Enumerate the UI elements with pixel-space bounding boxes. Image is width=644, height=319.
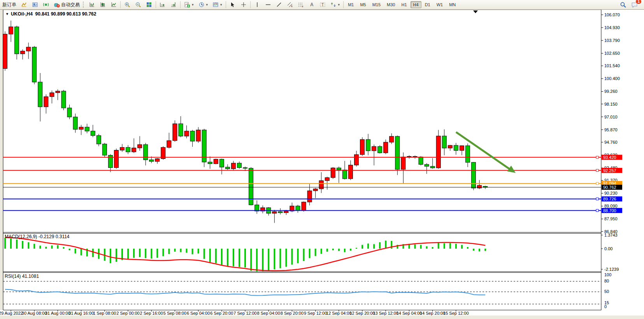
symbol-dropdown-icon[interactable]: ▼ — [5, 12, 9, 16]
line-handle[interactable] — [596, 209, 598, 212]
chart-canvas[interactable]: 106.070104.930103.790102.650101.540100.4… — [0, 9, 644, 319]
data-window-icon[interactable] — [30, 0, 40, 9]
candle-body — [3, 34, 7, 68]
chart-title: ▼UKOil-,H4 90.841 90.899 90.613 90.762 — [5, 11, 96, 17]
cursor-button[interactable] — [228, 0, 238, 9]
price-tick-label: 106.070 — [604, 12, 620, 17]
candle-body — [413, 157, 417, 157]
candle-body — [167, 141, 171, 147]
text-label-button[interactable]: T — [318, 0, 328, 9]
timeframe-button-M5[interactable]: M5 — [357, 1, 369, 8]
candle-body — [26, 47, 31, 51]
time-tick-label: 8 Sep 20:00 — [281, 311, 304, 316]
timeframe-button-H4[interactable]: H4 — [411, 1, 421, 8]
timeframe-button-D1[interactable]: D1 — [422, 1, 433, 8]
candle-body — [155, 159, 160, 161]
candle-body — [278, 212, 283, 213]
time-tick-label: 29 Aug 2022 — [0, 311, 23, 316]
rsi-axis-label: 50 — [604, 289, 609, 294]
time-tick-label: 13 Sep 12:00 — [373, 311, 398, 316]
candles — [3, 21, 488, 223]
notifications-button[interactable]: 1 — [629, 0, 640, 9]
candle-body — [149, 160, 154, 161]
candle-body — [384, 142, 388, 153]
horizontal-line-button[interactable] — [263, 0, 273, 9]
candle-body — [337, 168, 341, 170]
timeframe-button-H1[interactable]: H1 — [399, 1, 410, 8]
line-handle[interactable] — [596, 156, 598, 159]
candle-body — [390, 136, 394, 142]
indicators-button[interactable]: ▾ — [182, 0, 196, 9]
candle-body — [319, 181, 323, 189]
chart-area[interactable]: 106.070104.930103.790102.650101.540100.4… — [0, 9, 644, 319]
candle-body — [307, 191, 312, 202]
candle-body — [354, 155, 359, 165]
line-handle[interactable] — [596, 198, 598, 200]
navigator-icon[interactable] — [41, 0, 51, 9]
search-icon[interactable] — [618, 0, 628, 9]
bottom-window-edge — [0, 316, 644, 319]
bar-chart-button[interactable] — [87, 0, 97, 9]
equidistant-channel-button[interactable]: E — [285, 0, 295, 9]
candle-body — [419, 157, 423, 164]
macd-axis-label: 0.00 — [604, 246, 612, 251]
candlestick-chart-button[interactable] — [98, 0, 108, 9]
time-tick-label: 8 Sep 04:00 — [257, 311, 280, 316]
time-tick-label: 7 Sep 12:00 — [233, 311, 256, 316]
price-tick-label: 90.230 — [604, 191, 618, 195]
price-level-badge-label: 89.726 — [603, 197, 616, 201]
candle-body — [32, 47, 37, 82]
candle-body — [196, 130, 200, 141]
tile-windows-button[interactable] — [144, 0, 154, 9]
line-handle[interactable] — [596, 169, 598, 172]
trendline-button[interactable] — [274, 0, 284, 9]
candle-body — [378, 146, 382, 153]
chart-shift-button[interactable] — [168, 0, 179, 9]
candle-body — [237, 163, 242, 168]
dropdown-arrow-icon: ▾ — [338, 3, 340, 7]
price-tick-label: 99.260 — [604, 89, 618, 94]
timeframe-button-M30[interactable]: M30 — [384, 1, 398, 8]
candle-body — [9, 27, 13, 34]
macd-axis-label: -2.1239 — [604, 267, 619, 272]
candle-body — [214, 159, 218, 164]
timeframe-button-W1[interactable]: W1 — [434, 1, 446, 8]
arrows-tool-button[interactable]: ▾ — [328, 0, 342, 9]
templates-button[interactable]: ▾ — [211, 0, 224, 9]
line-handle[interactable] — [596, 182, 598, 185]
timeframe-button-M15[interactable]: M15 — [370, 1, 383, 8]
time-axis: 29 Aug 202230 Aug 08:0031 Aug 00:0031 Au… — [0, 310, 469, 316]
candle-body — [430, 166, 435, 168]
price-tick-label: 98.150 — [604, 102, 618, 106]
price-tick-label: 102.650 — [604, 51, 620, 56]
new-order-button[interactable]: 新订单 — [0, 0, 18, 9]
chart-shift-marker[interactable] — [473, 10, 478, 13]
zoom-in-button[interactable] — [122, 0, 132, 9]
crosshair-button[interactable] — [239, 0, 249, 9]
line-chart-button[interactable] — [109, 0, 119, 9]
zoom-out-button[interactable] — [133, 0, 143, 9]
text-button[interactable]: A — [307, 0, 317, 9]
auto-scroll-button[interactable] — [158, 0, 168, 9]
candle-body — [342, 170, 347, 179]
price-tick-label: 95.870 — [604, 127, 618, 132]
candle-body — [126, 147, 130, 152]
fibonacci-button[interactable]: F — [296, 0, 306, 9]
rsi-axis-label: 0 — [604, 304, 607, 309]
market-watch-icon[interactable] — [19, 0, 29, 9]
candle-body — [407, 157, 411, 157]
auto-trading-button[interactable]: 自动交易 — [52, 0, 82, 9]
trend-arrow[interactable] — [456, 132, 516, 173]
candle-body — [184, 131, 189, 136]
dropdown-arrow-icon: ▾ — [206, 3, 208, 7]
timeframe-button-M1[interactable]: M1 — [345, 1, 356, 8]
candle-body — [190, 131, 195, 141]
candle-body — [425, 164, 429, 166]
dropdown-arrow-icon: ▾ — [192, 3, 194, 7]
vertical-line-button[interactable] — [252, 0, 262, 9]
periods-button[interactable]: ▾ — [197, 0, 210, 9]
candle-body — [79, 127, 83, 129]
candle-body — [272, 212, 277, 213]
price-level-badge-label: 93.420 — [603, 155, 616, 160]
timeframe-button-MN[interactable]: MN — [446, 1, 458, 8]
